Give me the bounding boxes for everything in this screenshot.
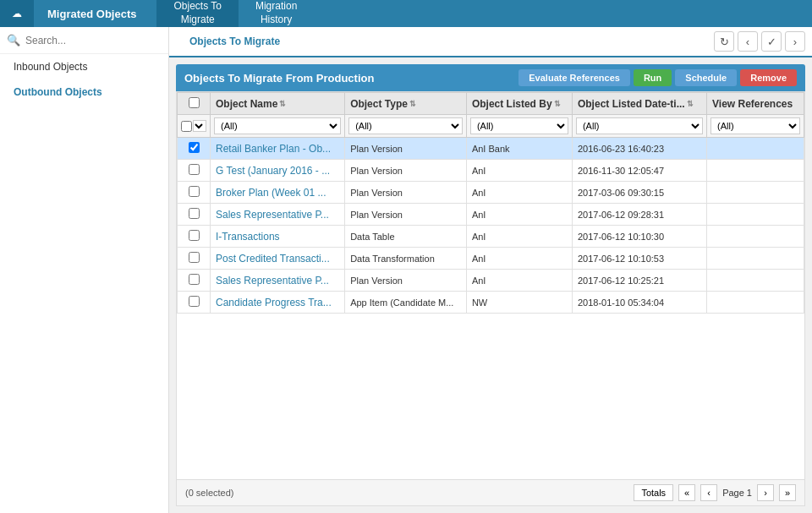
row-refs — [707, 292, 804, 314]
row-listed-by: AnI — [466, 270, 572, 292]
evaluate-references-button[interactable]: Evaluate References — [518, 69, 630, 86]
remove-button[interactable]: Remove — [740, 69, 797, 86]
col-header-object-name[interactable]: Object Name ⇅ — [211, 93, 345, 115]
row-checkbox[interactable] — [189, 142, 200, 153]
prev-page-button[interactable]: ‹ — [700, 484, 717, 501]
table-row: Post Credited Transacti... Data Transfor… — [178, 248, 804, 270]
table-container: Objects To Migrate From Production Evalu… — [176, 64, 805, 506]
row-listed-by: AnI Bank — [466, 138, 572, 160]
row-listed-by: AnI — [466, 204, 572, 226]
row-checkbox-cell — [178, 270, 211, 292]
next-page-button[interactable]: › — [757, 484, 774, 501]
tab-migration-history[interactable]: Migration History — [239, 0, 314, 27]
top-nav-tabs: Objects To Migrate Migration History — [156, 0, 314, 27]
filter-listed-by: (All) — [466, 115, 572, 138]
main-layout: 🔍 Inbound Objects Outbound Objects Objec… — [0, 27, 812, 513]
tab-objects-to-migrate[interactable]: Objects To Migrate — [156, 0, 238, 27]
row-checkbox[interactable] — [189, 252, 200, 263]
top-nav: ☁ Migrated Objects Objects To Migrate Mi… — [0, 0, 812, 27]
filter-select-name[interactable]: (All) — [214, 117, 341, 134]
row-refs — [707, 270, 804, 292]
app-logo: ☁ — [0, 0, 34, 27]
row-date: 2018-01-10 05:34:04 — [572, 292, 706, 314]
col-header-object-listed-date[interactable]: Object Listed Date-ti... ⇅ — [572, 93, 706, 115]
filter-type: (All) — [345, 115, 467, 138]
sub-tab-actions: ↻ ‹ ✓ › — [714, 27, 805, 56]
row-name: Sales Representative P... — [211, 270, 345, 292]
row-listed-by: AnI — [466, 226, 572, 248]
row-checkbox-cell — [178, 292, 211, 314]
table-header: Objects To Migrate From Production Evalu… — [176, 64, 805, 91]
run-button[interactable]: Run — [634, 69, 672, 86]
table-row: Retail Banker Plan - Ob... Plan Version … — [178, 138, 804, 160]
row-type: Plan Version — [345, 204, 467, 226]
table-row: I-Transactions Data Table AnI 2017-06-12… — [178, 226, 804, 248]
sort-icon-date: ⇅ — [687, 100, 694, 108]
sidebar-item-inbound[interactable]: Inbound Objects — [0, 54, 168, 79]
filter-select-listed-by[interactable]: (All) — [470, 117, 568, 134]
pagination: Totals « ‹ Page 1 › » — [634, 484, 796, 501]
schedule-button[interactable]: Schedule — [675, 69, 737, 86]
row-listed-by: AnI — [466, 248, 572, 270]
row-date: 2017-06-12 09:28:31 — [572, 204, 706, 226]
row-checkbox[interactable] — [189, 274, 200, 285]
last-page-button[interactable]: » — [779, 484, 796, 501]
row-checkbox[interactable] — [189, 186, 200, 197]
row-name: Candidate Progress Tra... — [211, 292, 345, 314]
refresh-button[interactable]: ↻ — [714, 31, 734, 52]
sort-icon-type: ⇅ — [409, 100, 416, 108]
select-all-checkbox[interactable] — [189, 97, 200, 108]
row-type: App Item (Candidate M... — [345, 292, 467, 314]
table-title: Objects To Migrate From Production — [184, 72, 374, 85]
row-name: Broker Plan (Week 01 ... — [211, 182, 345, 204]
totals-button[interactable]: Totals — [634, 484, 673, 501]
search-input[interactable] — [25, 35, 162, 46]
prev-button[interactable]: ‹ — [738, 31, 758, 52]
row-date: 2017-03-06 09:30:15 — [572, 182, 706, 204]
row-refs — [707, 226, 804, 248]
row-name: Post Credited Transacti... — [211, 248, 345, 270]
filter-date: (All) — [572, 115, 706, 138]
table-row: Sales Representative P... Plan Version A… — [178, 204, 804, 226]
row-type: Data Table — [345, 226, 467, 248]
row-checkbox[interactable] — [189, 208, 200, 219]
filter-refs: (All) — [707, 115, 804, 138]
row-listed-by: AnI — [466, 182, 572, 204]
row-checkbox-cell — [178, 182, 211, 204]
select-all-header — [178, 93, 211, 115]
row-date: 2017-06-12 10:25:21 — [572, 270, 706, 292]
row-date: 2016-06-23 16:40:23 — [572, 138, 706, 160]
row-checkbox[interactable] — [189, 230, 200, 241]
filter-select-date[interactable]: (All) — [576, 117, 703, 134]
col-header-object-type[interactable]: Object Type ⇅ — [345, 93, 467, 115]
content-area: Objects To Migrate ↻ ‹ ✓ › Objects To Mi… — [169, 27, 812, 513]
row-refs — [707, 160, 804, 182]
next-button[interactable]: › — [785, 31, 805, 52]
sub-tab-bar: Objects To Migrate ↻ ‹ ✓ › — [169, 27, 812, 57]
check-button[interactable]: ✓ — [761, 31, 782, 52]
grid-wrapper: Object Name ⇅ Object Type ⇅ — [176, 91, 805, 480]
row-type: Plan Version — [345, 182, 467, 204]
sidebar-item-outbound[interactable]: Outbound Objects — [0, 79, 168, 105]
filter-checkbox[interactable] — [181, 121, 192, 132]
filter-select-refs[interactable]: (All) — [710, 117, 800, 134]
filter-select-check[interactable] — [193, 120, 206, 132]
sidebar: 🔍 Inbound Objects Outbound Objects — [0, 27, 169, 513]
row-refs — [707, 248, 804, 270]
col-header-view-references[interactable]: View References — [707, 93, 804, 115]
column-header-row: Object Name ⇅ Object Type ⇅ — [178, 93, 804, 115]
row-checkbox-cell — [178, 248, 211, 270]
row-name: Retail Banker Plan - Ob... — [211, 138, 345, 160]
filter-row: (All) (All) (All) — [178, 115, 804, 138]
app-title: Migrated Objects — [34, 8, 150, 20]
col-header-object-listed-by[interactable]: Object Listed By ⇅ — [466, 93, 572, 115]
row-checkbox[interactable] — [189, 296, 200, 307]
first-page-button[interactable]: « — [678, 484, 695, 501]
table-footer: (0 selected) Totals « ‹ Page 1 › » — [176, 480, 805, 506]
filter-select-type[interactable]: (All) — [348, 117, 463, 134]
row-listed-by: NW — [466, 292, 572, 314]
table-body: Retail Banker Plan - Ob... Plan Version … — [178, 138, 804, 314]
row-checkbox[interactable] — [189, 164, 200, 175]
row-name: Sales Representative P... — [211, 204, 345, 226]
sub-tab-objects-to-migrate[interactable]: Objects To Migrate — [176, 27, 294, 57]
